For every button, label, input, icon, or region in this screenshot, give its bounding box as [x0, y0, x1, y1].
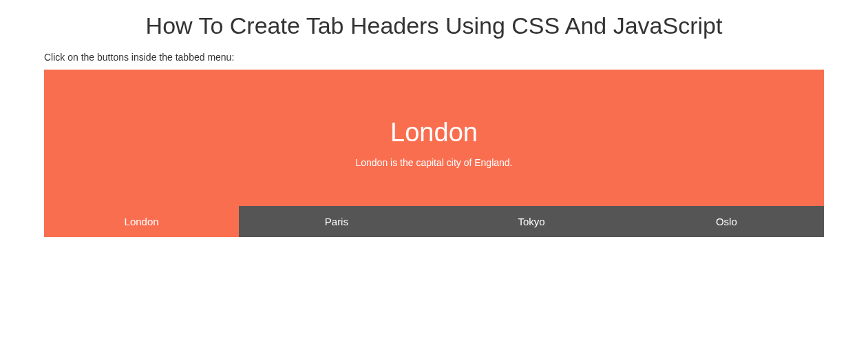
content-title: London — [58, 118, 810, 147]
tab-tokyo[interactable]: Tokyo — [434, 206, 629, 237]
tab-wrapper: London London is the capital city of Eng… — [44, 70, 824, 237]
instruction-text: Click on the buttons inside the tabbed m… — [44, 52, 868, 63]
content-description: London is the capital city of England. — [58, 157, 810, 168]
tab-paris[interactable]: Paris — [239, 206, 434, 237]
tab-oslo[interactable]: Oslo — [629, 206, 824, 237]
tab-buttons-row: London Paris Tokyo Oslo — [44, 206, 824, 237]
page-title: How To Create Tab Headers Using CSS And … — [0, 12, 868, 39]
tab-content: London London is the capital city of Eng… — [44, 70, 824, 206]
tab-london[interactable]: London — [44, 206, 239, 237]
